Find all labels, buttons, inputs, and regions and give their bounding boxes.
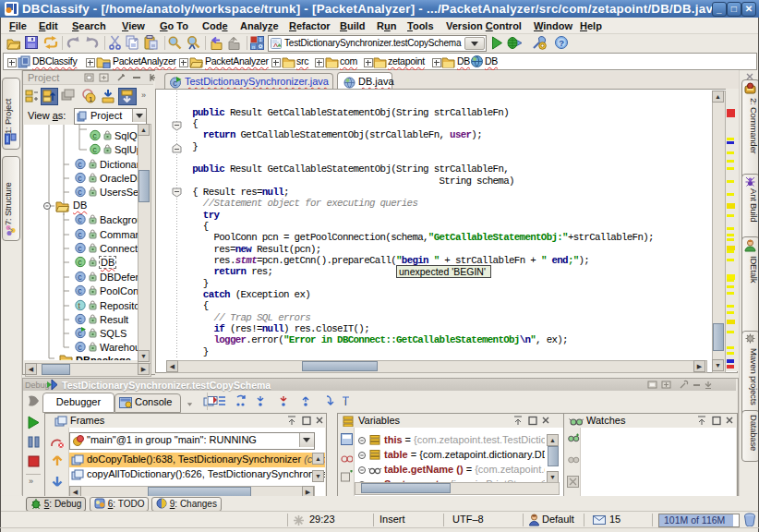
svg-text:c: c bbox=[92, 131, 97, 140]
svg-text:1: 1 bbox=[259, 37, 262, 42]
svg-text:c: c bbox=[78, 286, 82, 296]
svg-text:c: c bbox=[78, 258, 82, 267]
svg-text:c: c bbox=[78, 244, 82, 253]
svg-text:n: n bbox=[252, 44, 255, 50]
svg-text:?: ? bbox=[559, 38, 564, 48]
svg-text:c: c bbox=[78, 343, 82, 352]
svg-text:1: 1 bbox=[89, 95, 93, 103]
svg-text:c: c bbox=[78, 215, 82, 224]
svg-text:c: c bbox=[78, 187, 82, 197]
svg-text:c: c bbox=[78, 272, 82, 282]
svg-text:c: c bbox=[78, 160, 82, 169]
svg-text:c: c bbox=[78, 315, 82, 324]
svg-text:c: c bbox=[78, 230, 82, 239]
svg-text:c: c bbox=[92, 145, 97, 154]
svg-text:c: c bbox=[78, 174, 82, 183]
